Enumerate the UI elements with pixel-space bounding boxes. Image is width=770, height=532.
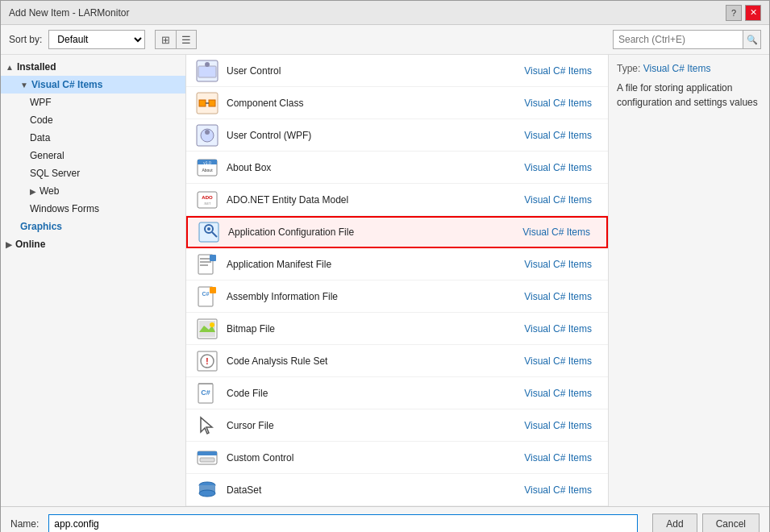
list-item[interactable]: Component Class Visual C# Items bbox=[186, 87, 608, 119]
arrow-icon: ▶ bbox=[30, 187, 36, 196]
item-name: User Control (WPF) bbox=[227, 130, 524, 141]
item-category: Visual C# Items bbox=[524, 291, 592, 302]
arrow-icon: ▲ bbox=[6, 63, 14, 72]
item-icon-about-box: v1.0 About bbox=[194, 155, 220, 181]
list-item[interactable]: Custom Control Visual C# Items bbox=[186, 442, 608, 474]
cancel-button[interactable]: Cancel bbox=[702, 513, 760, 532]
svg-text:v1.0: v1.0 bbox=[203, 160, 211, 165]
svg-marker-39 bbox=[201, 418, 212, 434]
item-name: Cursor File bbox=[227, 420, 524, 431]
item-name: ADO.NET Entity Data Model bbox=[227, 194, 524, 206]
toolbar: Sort by: Default ⊞ ☰ 🔍 bbox=[1, 25, 769, 55]
bottom-bar: Name: Add Cancel bbox=[1, 506, 769, 532]
svg-rect-28 bbox=[210, 287, 216, 293]
item-name: Assembly Information File bbox=[227, 291, 524, 302]
item-name: Application Manifest File bbox=[227, 259, 524, 270]
item-category: Visual C# Items bbox=[524, 162, 592, 173]
sidebar-item-installed[interactable]: ▲ Installed bbox=[1, 58, 185, 76]
svg-rect-41 bbox=[198, 451, 217, 455]
list-item[interactable]: v1.0 About About Box Visual C# Items bbox=[186, 152, 608, 184]
item-category: Visual C# Items bbox=[524, 420, 592, 431]
list-item-app-config[interactable]: Application Configuration File Visual C#… bbox=[186, 216, 608, 248]
sidebar: ▲ Installed ▼ Visual C# Items WPF Code D… bbox=[1, 55, 186, 506]
item-category: Visual C# Items bbox=[524, 130, 592, 141]
list-item[interactable]: Cursor File Visual C# Items bbox=[186, 409, 608, 442]
sidebar-item-graphics[interactable]: Graphics bbox=[1, 218, 185, 235]
list-view-button[interactable]: ☰ bbox=[176, 30, 197, 49]
item-icon-assembly-info: C# bbox=[194, 284, 220, 310]
item-icon-cursor-file bbox=[194, 413, 220, 438]
info-type: Type: Visual C# Items bbox=[617, 63, 761, 74]
sidebar-item-visual-csharp[interactable]: ▼ Visual C# Items bbox=[1, 76, 185, 94]
dialog-title: Add New Item - LARMonitor bbox=[9, 7, 129, 19]
help-button[interactable]: ? bbox=[726, 5, 742, 21]
sidebar-item-data[interactable]: Data bbox=[1, 129, 185, 147]
svg-rect-25 bbox=[210, 255, 216, 261]
sidebar-item-online[interactable]: ▶ Online bbox=[1, 235, 185, 253]
sort-dropdown[interactable]: Default bbox=[48, 30, 145, 49]
add-button[interactable]: Add bbox=[652, 513, 697, 532]
svg-rect-23 bbox=[200, 261, 211, 263]
item-category: Visual C# Items bbox=[524, 452, 592, 463]
search-box: 🔍 bbox=[613, 30, 761, 49]
item-icon-code-analysis: ! bbox=[194, 348, 220, 374]
title-bar: Add New Item - LARMonitor ? ✕ bbox=[1, 1, 769, 25]
list-item[interactable]: DataSet Visual C# Items bbox=[186, 474, 608, 506]
svg-rect-1 bbox=[198, 66, 216, 77]
sidebar-item-wpf[interactable]: WPF bbox=[1, 94, 185, 111]
svg-point-2 bbox=[205, 62, 210, 67]
name-input[interactable] bbox=[48, 514, 638, 532]
svg-rect-5 bbox=[209, 100, 215, 106]
svg-text:C#: C# bbox=[201, 389, 210, 397]
svg-rect-42 bbox=[200, 458, 214, 462]
item-category: Visual C# Items bbox=[524, 323, 592, 335]
arrow-icon: ▼ bbox=[20, 81, 28, 89]
list-item[interactable]: C# Assembly Information File Visual C# I… bbox=[186, 281, 608, 313]
svg-text:ADO: ADO bbox=[202, 195, 213, 200]
grid-view-button[interactable]: ⊞ bbox=[155, 30, 176, 49]
search-button[interactable]: 🔍 bbox=[743, 31, 760, 48]
item-category: Visual C# Items bbox=[524, 355, 592, 367]
close-button[interactable]: ✕ bbox=[745, 5, 761, 21]
list-item[interactable]: Bitmap File Visual C# Items bbox=[186, 313, 608, 345]
view-toggle: ⊞ ☰ bbox=[155, 30, 197, 49]
list-item[interactable]: User Control (WPF) Visual C# Items bbox=[186, 119, 608, 152]
svg-point-45 bbox=[199, 490, 215, 497]
item-icon-component-class bbox=[194, 90, 220, 116]
svg-point-9 bbox=[205, 130, 210, 135]
sidebar-item-web[interactable]: ▶ Web bbox=[1, 182, 185, 200]
item-icon-code-file: C# bbox=[194, 380, 220, 406]
item-icon-bitmap bbox=[194, 316, 220, 342]
list-item[interactable]: ADO .NET ADO.NET Entity Data Model Visua… bbox=[186, 184, 608, 216]
item-icon-dataset bbox=[194, 477, 220, 503]
item-name: Bitmap File bbox=[227, 323, 524, 335]
search-input[interactable] bbox=[614, 31, 743, 48]
list-item[interactable]: Application Manifest File Visual C# Item… bbox=[186, 248, 608, 281]
sidebar-item-code[interactable]: Code bbox=[1, 111, 185, 129]
svg-rect-4 bbox=[199, 100, 206, 106]
list-item[interactable]: User Control Visual C# Items bbox=[186, 55, 608, 87]
item-category: Visual C# Items bbox=[522, 227, 590, 238]
sidebar-item-sql-server[interactable]: SQL Server bbox=[1, 164, 185, 182]
name-label: Name: bbox=[10, 518, 39, 530]
action-buttons: Add Cancel bbox=[652, 513, 760, 532]
item-name: Code File bbox=[227, 388, 524, 399]
item-icon-app-manifest bbox=[194, 251, 220, 277]
sidebar-item-windows-forms[interactable]: Windows Forms bbox=[1, 200, 185, 218]
svg-rect-14 bbox=[198, 192, 217, 208]
items-panel: User Control Visual C# Items bbox=[186, 55, 608, 506]
item-name: Application Configuration File bbox=[228, 227, 522, 238]
main-content-area: User Control Visual C# Items bbox=[186, 55, 769, 506]
sidebar-item-general[interactable]: General bbox=[1, 147, 185, 164]
item-name: DataSet bbox=[227, 484, 524, 496]
item-category: Visual C# Items bbox=[524, 388, 592, 399]
arrow-icon: ▶ bbox=[6, 240, 12, 249]
title-bar-controls: ? ✕ bbox=[726, 5, 761, 21]
type-label: Type: bbox=[617, 63, 640, 74]
info-description: A file for storing application configura… bbox=[617, 81, 761, 110]
item-name: Component Class bbox=[227, 98, 524, 109]
item-category: Visual C# Items bbox=[524, 98, 592, 109]
list-item[interactable]: C# Code File Visual C# Items bbox=[186, 377, 608, 409]
list-item[interactable]: ! Code Analysis Rule Set Visual C# Items bbox=[186, 345, 608, 377]
item-icon-user-control bbox=[194, 58, 220, 84]
